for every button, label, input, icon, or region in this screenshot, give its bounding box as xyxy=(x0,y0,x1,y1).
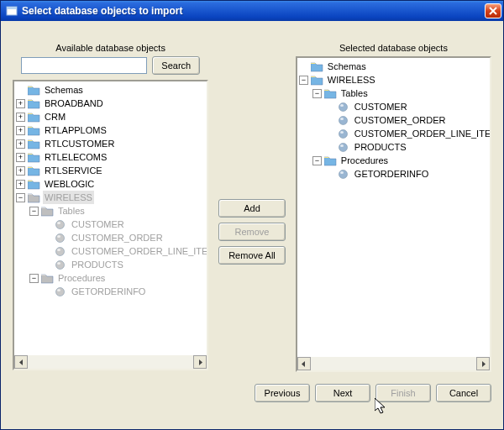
svg-point-8 xyxy=(56,260,65,269)
schema-item-disabled[interactable]: −WIRELESS xyxy=(16,191,207,204)
tree-label: Tables xyxy=(339,87,370,100)
object-item[interactable]: CUSTOMER_ORDER xyxy=(16,231,207,244)
schema-item[interactable]: +RTLSERVICE xyxy=(16,164,207,177)
tree-root[interactable]: Schemas xyxy=(299,60,490,73)
svg-point-12 xyxy=(339,102,347,111)
scroll-right-icon[interactable] xyxy=(476,357,490,370)
folder-icon xyxy=(28,112,40,123)
object-item[interactable]: PRODUCTS xyxy=(16,258,207,271)
collapse-icon[interactable]: − xyxy=(312,89,322,98)
collapse-icon[interactable]: − xyxy=(29,274,39,283)
cancel-button[interactable]: Cancel xyxy=(436,384,491,402)
svg-point-20 xyxy=(339,170,347,178)
title-bar[interactable]: Select database objects to import xyxy=(1,1,503,21)
folder-icon xyxy=(324,155,337,166)
group-item[interactable]: −Tables xyxy=(299,87,490,100)
expand-icon[interactable]: + xyxy=(16,153,25,162)
search-button[interactable]: Search xyxy=(152,56,200,75)
object-item[interactable]: PRODUCTS xyxy=(299,140,490,154)
schema-item[interactable]: +RTLCUSTOMER xyxy=(16,137,207,150)
folder-icon xyxy=(324,88,337,99)
svg-point-7 xyxy=(57,249,60,251)
scroll-track[interactable] xyxy=(28,355,193,369)
folder-icon xyxy=(311,61,323,72)
scroll-left-icon[interactable] xyxy=(14,355,28,369)
close-button[interactable] xyxy=(485,3,501,18)
schema-item[interactable]: +WEBLOGIC xyxy=(16,177,207,191)
finish-button: Finish xyxy=(375,384,431,402)
scrollbar-horizontal[interactable] xyxy=(297,357,490,370)
tree-label: Procedures xyxy=(56,271,107,285)
svg-point-3 xyxy=(57,222,60,224)
previous-button[interactable]: Previous xyxy=(255,384,310,402)
svg-point-17 xyxy=(340,131,344,134)
svg-point-16 xyxy=(339,129,347,138)
collapse-icon[interactable]: − xyxy=(312,156,322,165)
object-icon xyxy=(55,286,67,297)
object-icon xyxy=(338,115,350,126)
add-button[interactable]: Add xyxy=(218,199,286,218)
object-item[interactable]: CUSTOMER xyxy=(299,100,490,113)
scroll-left-icon[interactable] xyxy=(297,357,311,370)
object-item[interactable]: CUSTOMER_ORDER_LINE_ITEM xyxy=(16,244,207,258)
expand-icon[interactable]: + xyxy=(16,166,25,176)
tree-label: RTLCUSTOMER xyxy=(43,137,116,150)
tree-label: PRODUCTS xyxy=(70,258,125,271)
expand-icon[interactable]: + xyxy=(16,99,25,108)
svg-point-5 xyxy=(57,235,60,238)
folder-icon xyxy=(41,273,54,284)
object-item[interactable]: GETORDERINFO xyxy=(299,167,490,181)
folder-icon xyxy=(28,152,40,163)
object-icon xyxy=(55,219,67,230)
tree-label: CUSTOMER xyxy=(70,218,126,231)
tree-label: BROADBAND xyxy=(43,97,105,110)
search-input[interactable] xyxy=(21,57,147,74)
tree-label: PRODUCTS xyxy=(353,140,408,154)
schema-item[interactable]: −WIRELESS xyxy=(299,73,490,87)
object-icon xyxy=(55,260,67,270)
schema-item[interactable]: +RTLELECOMS xyxy=(16,150,207,164)
folder-icon xyxy=(41,206,54,217)
svg-point-2 xyxy=(56,220,65,228)
expand-icon[interactable]: + xyxy=(16,113,25,122)
svg-point-14 xyxy=(339,116,347,124)
object-icon xyxy=(55,233,67,244)
collapse-icon[interactable]: − xyxy=(299,76,308,85)
object-item[interactable]: GETORDERINFO xyxy=(16,285,207,298)
tree-root[interactable]: Schemas xyxy=(16,83,207,97)
scroll-right-icon[interactable] xyxy=(193,355,207,369)
group-item[interactable]: −Procedures xyxy=(299,154,490,167)
next-button[interactable]: Next xyxy=(315,384,370,402)
tree-label: Procedures xyxy=(339,154,390,167)
folder-icon xyxy=(28,85,40,96)
scrollbar-horizontal[interactable] xyxy=(14,355,207,369)
schema-item[interactable]: +BROADBAND xyxy=(16,97,207,110)
object-icon xyxy=(338,169,350,180)
object-item[interactable]: CUSTOMER xyxy=(16,218,207,231)
object-item[interactable]: CUSTOMER_ORDER xyxy=(299,113,490,127)
group-item[interactable]: −Tables xyxy=(16,204,207,218)
schema-item[interactable]: +RTLAPPLOMS xyxy=(16,123,207,137)
selected-tree[interactable]: Schemas−WIRELESS−TablesCUSTOMERCUSTOMER_… xyxy=(296,56,491,372)
tree-label: CUSTOMER_ORDER xyxy=(353,113,448,127)
expand-icon[interactable]: + xyxy=(16,180,25,189)
object-icon xyxy=(338,128,350,139)
svg-point-18 xyxy=(339,143,347,151)
group-item[interactable]: −Procedures xyxy=(16,271,207,285)
svg-point-13 xyxy=(340,104,344,107)
tree-label: Schemas xyxy=(43,83,85,97)
available-tree[interactable]: Schemas+BROADBAND+CRM+RTLAPPLOMS+RTLCUST… xyxy=(13,80,208,370)
schema-item[interactable]: +CRM xyxy=(16,110,207,123)
svg-point-6 xyxy=(56,247,65,255)
svg-point-21 xyxy=(340,171,344,174)
available-title: Available database objects xyxy=(13,41,208,56)
expand-icon[interactable]: + xyxy=(16,126,25,135)
tree-label: GETORDERINFO xyxy=(353,167,430,181)
object-item[interactable]: CUSTOMER_ORDER_LINE_ITEM xyxy=(299,127,490,140)
scroll-track[interactable] xyxy=(311,357,476,370)
object-icon xyxy=(338,102,350,113)
collapse-icon[interactable]: − xyxy=(29,207,39,216)
remove-all-button[interactable]: Remove All xyxy=(218,246,286,265)
expand-icon[interactable]: + xyxy=(16,139,25,149)
collapse-icon[interactable]: − xyxy=(16,193,25,202)
